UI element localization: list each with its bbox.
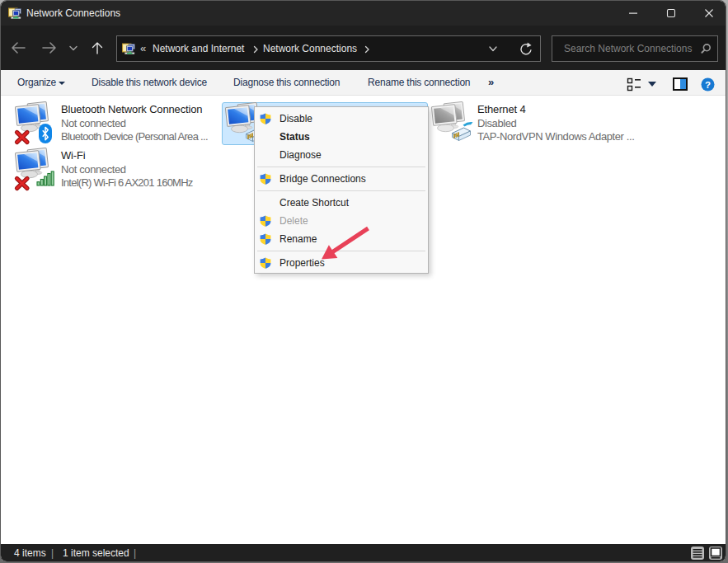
svg-text:?: ? <box>705 80 711 90</box>
